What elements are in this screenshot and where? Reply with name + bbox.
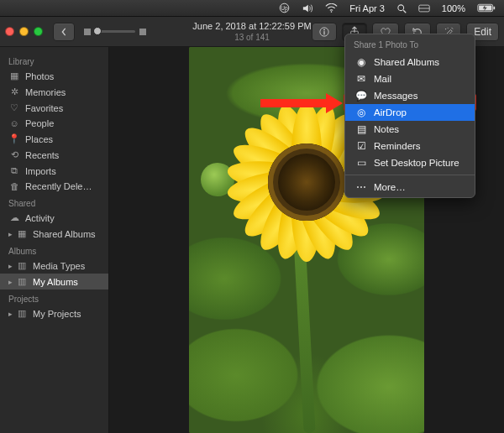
reminders-icon: ☑ [355,140,367,152]
share-menu-item-shared-albums[interactable]: ◉Shared Albums [345,54,475,70]
airdrop-icon: ◎ [355,107,367,118]
disclosure-icon[interactable]: ▸ [8,278,13,286]
folder-icon: ▥ [16,276,28,287]
imports-icon: ⧉ [8,165,20,176]
sidebar-section-header: Albums [0,242,108,258]
wifi-icon[interactable] [325,3,338,13]
svg-rect-11 [139,29,146,35]
messages-icon: 💬 [355,90,367,102]
sidebar-item-my-projects[interactable]: ▸▥My Projects [0,305,108,321]
photo-index: 13 of 141 [192,32,311,43]
zoom-out-icon [83,28,92,36]
annotation-arrow [260,93,343,113]
svg-text:Up: Up [281,5,289,12]
svg-rect-14 [324,31,325,34]
notes-icon: ▤ [355,123,367,135]
zoom-in-icon [139,28,147,36]
window-controls [5,27,43,36]
edit-label: Edit [474,26,491,38]
back-button[interactable] [53,23,75,41]
zoom-slider[interactable] [83,28,147,36]
shared-albums-menu-icon: ◉ [355,56,367,68]
battery-icon [477,3,496,13]
zoom-window-button[interactable] [34,27,43,36]
menu-separator [345,175,475,175]
disclosure-icon[interactable]: ▸ [8,310,13,318]
share-menu-item-notes[interactable]: ▤Notes [345,121,475,138]
svg-rect-10 [84,29,91,35]
sidebar-item-shared-albums[interactable]: ▸▦Shared Albums [0,226,108,242]
sidebar: Library ▦Photos ✲Memories ♡Favorites ☺Pe… [0,47,109,433]
sidebar-item-favorites[interactable]: ♡Favorites [0,100,108,116]
sidebar-item-my-albums[interactable]: ▸▥My Albums [0,274,108,290]
title-area: June 2, 2018 at 12:22:59 PM 13 of 141 [192,21,311,43]
recents-icon: ⟲ [8,149,20,160]
svg-point-16 [445,28,446,29]
battery-percent: 100% [442,3,465,13]
folder-icon: ▥ [16,308,28,319]
minimize-window-button[interactable] [19,27,29,36]
sidebar-item-places[interactable]: 📍Places [0,131,108,147]
info-button[interactable] [312,23,337,41]
close-window-button[interactable] [5,27,14,36]
sidebar-item-media-types[interactable]: ▸▥Media Types [0,258,108,274]
disclosure-icon[interactable]: ▸ [8,262,13,270]
sidebar-item-imports[interactable]: ⧉Imports [0,163,108,179]
share-menu-item-reminders[interactable]: ☑Reminders [345,138,475,154]
svg-point-13 [323,29,325,30]
control-center-icon[interactable] [418,4,430,13]
places-icon: 📍 [8,133,20,144]
svg-point-17 [448,27,449,28]
search-icon[interactable] [396,3,407,13]
mail-icon: ✉ [355,73,367,85]
share-menu-item-messages[interactable]: 💬Messages [345,87,475,104]
desktop-picture-icon: ▭ [355,157,367,169]
shared-albums-icon: ▦ [16,228,28,239]
photo-timestamp: June 2, 2018 at 12:22:59 PM [192,21,311,32]
share-menu: Share 1 Photo To ◉Shared Albums ✉Mail 💬M… [344,34,475,198]
share-menu-item-airdrop[interactable]: ◎AirDrop [345,104,475,121]
photos-icon: ▦ [8,70,20,81]
share-menu-item-mail[interactable]: ✉Mail [345,70,475,87]
sidebar-item-people[interactable]: ☺People [0,116,108,131]
share-menu-item-set-desktop-picture[interactable]: ▭Set Desktop Picture [345,154,475,171]
people-icon: ☺ [8,118,20,128]
menu-bar: Up Fri Apr 3 100% [0,0,504,17]
disclosure-icon[interactable]: ▸ [8,230,13,238]
svg-rect-9 [493,7,495,9]
sidebar-item-memories[interactable]: ✲Memories [0,84,108,100]
sidebar-item-recently-deleted[interactable]: 🗑Recently Dele… [0,179,108,194]
folder-icon: ▥ [16,260,28,271]
sidebar-item-recents[interactable]: ⟲Recents [0,147,108,163]
heart-icon: ♡ [8,102,20,113]
sidebar-item-photos[interactable]: ▦Photos [0,68,108,84]
up-arrow-circle-icon[interactable]: Up [279,3,290,13]
share-menu-header: Share 1 Photo To [345,38,475,54]
sidebar-item-activity[interactable]: ☁Activity [0,210,108,226]
sidebar-section-header: Projects [0,290,108,305]
svg-point-2 [331,11,333,13]
menu-clock[interactable]: Fri Apr 3 [349,3,385,13]
share-menu-item-more[interactable]: ⋯More… [345,179,475,196]
volume-icon[interactable] [302,3,313,13]
sidebar-section-header: Shared [0,194,108,210]
more-icon: ⋯ [355,181,367,193]
svg-line-4 [403,10,406,13]
sidebar-section-header: Library [0,52,108,68]
memories-icon: ✲ [8,86,20,97]
cloud-icon: ☁ [8,212,20,223]
trash-icon: 🗑 [8,181,20,191]
svg-point-3 [398,4,404,10]
